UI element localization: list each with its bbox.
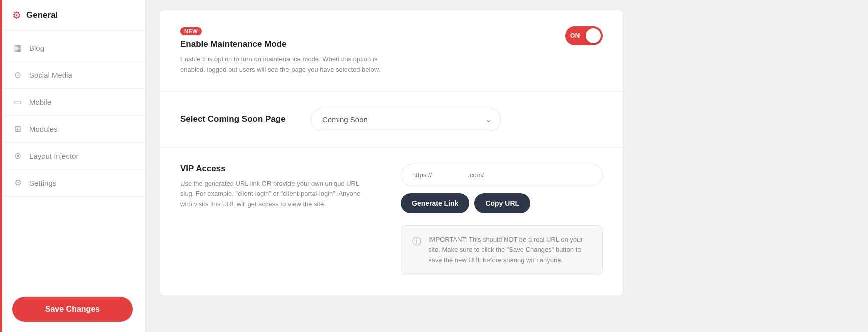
copy-url-button[interactable]: Copy URL <box>474 193 530 213</box>
vip-access-title: VIP Access <box>180 164 371 174</box>
url-input-row <box>401 164 603 186</box>
vip-url-input[interactable] <box>401 164 603 186</box>
generate-link-button[interactable]: Generate Link <box>401 193 469 213</box>
sidebar-nav: ▦ Blog ⊙ Social Media ▭ Mobile ⊞ Modules… <box>0 31 145 287</box>
sidebar-item-blog-label: Blog <box>29 44 44 52</box>
sidebar-item-layout-injector[interactable]: ⊗ Layout Injector <box>0 143 145 170</box>
coming-soon-select[interactable]: Coming Soon Maintenance Custom Page <box>311 108 501 131</box>
sidebar: ⚙ General ▦ Blog ⊙ Social Media ▭ Mobile… <box>0 0 145 332</box>
sidebar-item-mobile[interactable]: ▭ Mobile <box>0 89 145 116</box>
sidebar-footer: Save Changes <box>0 287 145 332</box>
toggle-track[interactable]: ON <box>565 26 603 45</box>
maintenance-mode-description: Enable this option to turn on maintenanc… <box>180 54 381 75</box>
layout-injector-icon: ⊗ <box>12 151 23 161</box>
coming-soon-label: Select Coming Soon Page <box>180 114 291 124</box>
main-content: NEW Enable Maintenance Mode Enable this … <box>145 0 638 332</box>
right-empty-area <box>638 0 868 332</box>
sidebar-item-layout-injector-label: Layout Injector <box>29 152 78 160</box>
sidebar-accent-bar <box>0 0 2 332</box>
sidebar-item-social-media[interactable]: ⊙ Social Media <box>0 62 145 89</box>
coming-soon-select-wrapper: Coming Soon Maintenance Custom Page ⌄ <box>311 108 501 131</box>
notice-text: IMPORTANT: This should NOT be a real URL… <box>428 235 591 266</box>
maintenance-mode-title: Enable Maintenance Mode <box>180 39 381 49</box>
toggle-on-label: ON <box>570 32 580 39</box>
sidebar-title: General <box>26 10 58 20</box>
sidebar-item-blog[interactable]: ▦ Blog <box>0 35 145 62</box>
maintenance-toggle[interactable]: ON <box>565 26 603 45</box>
blog-icon: ▦ <box>12 43 23 53</box>
social-media-icon: ⊙ <box>12 70 23 80</box>
sidebar-item-settings-label: Settings <box>29 179 56 187</box>
url-buttons: Generate Link Copy URL <box>401 193 603 213</box>
important-notice: ⓘ IMPORTANT: This should NOT be a real U… <box>401 225 603 275</box>
sidebar-header: ⚙ General <box>0 0 145 31</box>
sidebar-item-modules-label: Modules <box>29 125 58 133</box>
modules-icon: ⊞ <box>12 124 23 134</box>
toggle-knob <box>586 28 601 43</box>
content-panel: NEW Enable Maintenance Mode Enable this … <box>160 10 623 295</box>
maintenance-mode-left: NEW Enable Maintenance Mode Enable this … <box>180 26 381 75</box>
vip-inner: VIP Access Use the generated URL link OR… <box>180 164 603 275</box>
save-changes-button[interactable]: Save Changes <box>12 297 133 322</box>
info-icon: ⓘ <box>412 235 421 247</box>
general-icon: ⚙ <box>12 9 21 21</box>
maintenance-mode-top: NEW Enable Maintenance Mode Enable this … <box>180 26 603 75</box>
sidebar-item-settings[interactable]: ⚙ Settings <box>0 170 145 197</box>
vip-access-description: Use the generated URL link OR provide yo… <box>180 179 371 210</box>
settings-icon: ⚙ <box>12 178 23 188</box>
mobile-icon: ▭ <box>12 97 23 107</box>
new-badge: NEW <box>180 27 202 35</box>
vip-left: VIP Access Use the generated URL link OR… <box>180 164 371 210</box>
sidebar-item-social-media-label: Social Media <box>29 71 72 79</box>
vip-right: Generate Link Copy URL ⓘ IMPORTANT: This… <box>401 164 603 275</box>
maintenance-mode-section: NEW Enable Maintenance Mode Enable this … <box>160 10 623 92</box>
coming-soon-inner: Select Coming Soon Page Coming Soon Main… <box>180 108 603 131</box>
maintenance-mode-right: ON <box>565 26 603 45</box>
vip-access-section: VIP Access Use the generated URL link OR… <box>160 148 623 295</box>
sidebar-item-mobile-label: Mobile <box>29 98 51 106</box>
sidebar-item-modules[interactable]: ⊞ Modules <box>0 116 145 143</box>
coming-soon-section: Select Coming Soon Page Coming Soon Main… <box>160 92 623 148</box>
